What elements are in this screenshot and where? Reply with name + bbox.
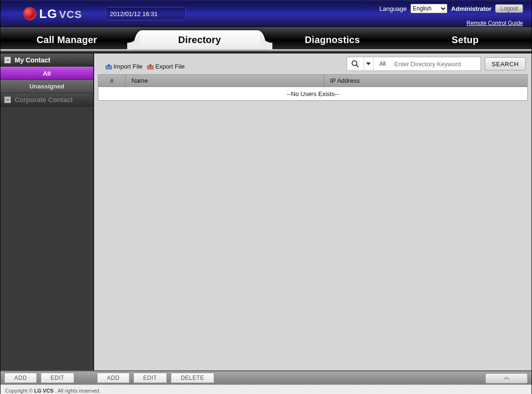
sidebar-section-corporate-contact[interactable]: − Corporate Contact <box>0 93 93 106</box>
sidebar: − My Contact All Unassigned − Corporate … <box>0 53 93 370</box>
sidebar-section-my-contact[interactable]: − My Contact <box>0 53 93 67</box>
svg-point-2 <box>352 61 357 66</box>
sidebar-my-contact-label: My Contact <box>15 56 50 64</box>
export-icon <box>147 64 154 70</box>
admin-label: Administrator <box>451 5 491 12</box>
col-ip[interactable]: IP Address <box>324 75 527 87</box>
sidebar-corporate-label: Corporate Contact <box>15 96 73 104</box>
search-scope-label: All <box>374 57 392 70</box>
footer-brand: LG VCS <box>34 388 53 394</box>
tab-diagnostics[interactable]: Diagnostics <box>266 30 399 49</box>
export-file-link[interactable]: Export File <box>147 63 184 70</box>
footer: Copyright © LG VCS . All rights reserved… <box>0 385 532 394</box>
brand-vcs: VCS <box>59 9 82 20</box>
datetime-display: 2012/01/12 16:31 <box>105 7 186 20</box>
footer-prefix: Copyright © <box>5 388 33 394</box>
sidebar-add-button[interactable]: ADD <box>4 373 37 383</box>
table-empty-message: --No Users Exists-- <box>98 87 527 100</box>
sidebar-edit-button[interactable]: EDIT <box>41 373 74 383</box>
col-number[interactable]: # <box>98 75 126 87</box>
header-bar: LGVCS 2012/01/12 16:31 Language English … <box>0 0 532 27</box>
sidebar-bottom-toolbar: ADD EDIT <box>0 370 93 385</box>
language-label: Language <box>379 5 407 12</box>
table-header: # Name IP Address <box>98 75 527 87</box>
sidebar-item-unassigned[interactable]: Unassigned <box>0 80 93 93</box>
directory-table: # Name IP Address --No Users Exists-- <box>98 74 528 101</box>
search-button[interactable]: SEARCH <box>485 57 526 70</box>
call-button[interactable] <box>485 373 528 384</box>
tab-directory[interactable]: Directory <box>133 30 266 49</box>
tab-setup[interactable]: Setup <box>399 30 532 49</box>
tab-call-manager[interactable]: Call Manager <box>0 30 133 49</box>
svg-line-3 <box>357 65 359 68</box>
col-name[interactable]: Name <box>126 75 324 87</box>
main-edit-button[interactable]: EDIT <box>133 373 167 383</box>
footer-suffix: . All rights reserved. <box>55 388 101 394</box>
lg-logo-icon <box>23 7 36 20</box>
chevron-down-icon <box>366 62 371 65</box>
import-file-link[interactable]: Import File <box>105 63 142 70</box>
search-scope-dropdown[interactable] <box>364 57 374 70</box>
search-icon[interactable] <box>347 57 364 70</box>
main-add-button[interactable]: ADD <box>97 373 130 383</box>
brand-logo: LGVCS <box>23 7 82 21</box>
search-input[interactable] <box>392 57 480 70</box>
sidebar-item-all[interactable]: All <box>0 67 93 80</box>
main-delete-button[interactable]: DELETE <box>171 373 214 383</box>
brand-lg: LG <box>39 7 57 21</box>
main-panel: Import File Export File <box>93 53 532 370</box>
main-bottom-toolbar: ADD EDIT DELETE <box>93 370 532 385</box>
language-select[interactable]: English <box>410 4 447 13</box>
collapse-icon[interactable]: − <box>4 96 11 103</box>
collapse-icon[interactable]: − <box>4 57 11 63</box>
remote-control-guide-link[interactable]: Remote Control Guide <box>467 20 523 26</box>
logout-button[interactable]: Logout <box>495 4 523 13</box>
phone-icon <box>503 376 510 381</box>
main-tabs: Call Manager Directory Diagnostics Setup <box>0 27 532 51</box>
import-icon <box>105 64 112 70</box>
